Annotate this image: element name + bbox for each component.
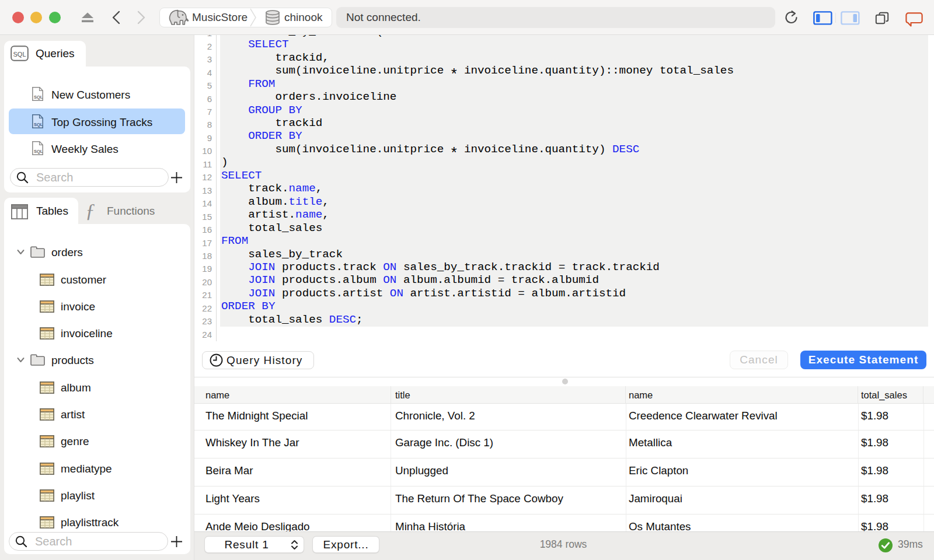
svg-text:ƒ: ƒ — [85, 201, 95, 221]
svg-text:SQL: SQL — [34, 94, 43, 100]
svg-text:SQL: SQL — [34, 149, 43, 154]
svg-text:SQL: SQL — [13, 51, 26, 58]
svg-text:SQL: SQL — [34, 122, 43, 127]
